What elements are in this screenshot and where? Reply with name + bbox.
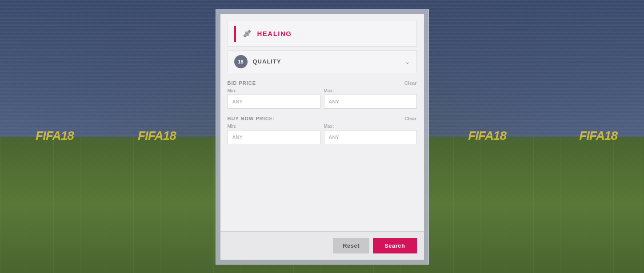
buy-now-price-max-group: Max: (324, 124, 417, 144)
buy-now-price-max-label: Max: (324, 124, 417, 129)
bid-price-min-label: Min: (228, 88, 320, 93)
fifa-logo-4: FIFA18 (579, 129, 617, 143)
bid-price-min-group: Min: (228, 88, 320, 109)
bid-price-clear-button[interactable]: Clear (404, 80, 417, 86)
fifa-logo-2: FIFA18 (138, 129, 176, 143)
quality-badge-text: 18 (238, 59, 243, 64)
chevron-down-icon: ⌄ (405, 58, 410, 65)
buy-now-price-min-input[interactable] (228, 130, 320, 144)
buy-now-price-clear-button[interactable]: Clear (404, 116, 417, 121)
bid-price-section: BID PRICE Clear Min: Max: (228, 80, 417, 109)
buy-now-price-title: BUY NOW PRICE: (228, 116, 275, 121)
modal-inner: HEALING 18 QUALITY ⌄ BID PRICE Clear Min… (220, 14, 424, 231)
bid-price-title: BID PRICE (228, 80, 256, 86)
red-bar (234, 26, 236, 42)
buy-now-price-inputs: Min: Max: (228, 124, 417, 144)
bid-price-min-input[interactable] (228, 95, 320, 109)
bid-price-inputs: Min: Max: (228, 88, 417, 109)
bid-price-max-group: Max: (324, 88, 417, 109)
buy-now-price-header: BUY NOW PRICE: Clear (228, 116, 417, 121)
reset-button[interactable]: Reset (333, 238, 369, 253)
buy-now-price-section: BUY NOW PRICE: Clear Min: Max: (228, 116, 417, 144)
fifa-logo-1: FIFA18 (36, 129, 74, 143)
buy-now-price-max-input[interactable] (324, 130, 417, 144)
quality-label: QUALITY (253, 58, 405, 65)
empty-space (228, 151, 417, 222)
bid-price-header: BID PRICE Clear (228, 80, 417, 86)
fifa-logo-3: FIFA18 (468, 129, 506, 143)
bandage-icon (241, 28, 253, 40)
modal-container: HEALING 18 QUALITY ⌄ BID PRICE Clear Min… (216, 9, 429, 265)
category-title: HEALING (257, 30, 292, 37)
category-row: HEALING (228, 21, 417, 47)
buy-now-price-min-group: Min: (228, 124, 320, 144)
quality-dropdown[interactable]: 18 QUALITY ⌄ (228, 50, 417, 73)
bid-price-max-input[interactable] (324, 95, 417, 109)
bid-price-max-label: Max: (324, 88, 417, 93)
quality-badge: 18 (234, 55, 248, 68)
bottom-bar: Reset Search (220, 231, 424, 260)
search-button[interactable]: Search (373, 238, 416, 253)
buy-now-price-min-label: Min: (228, 124, 320, 129)
